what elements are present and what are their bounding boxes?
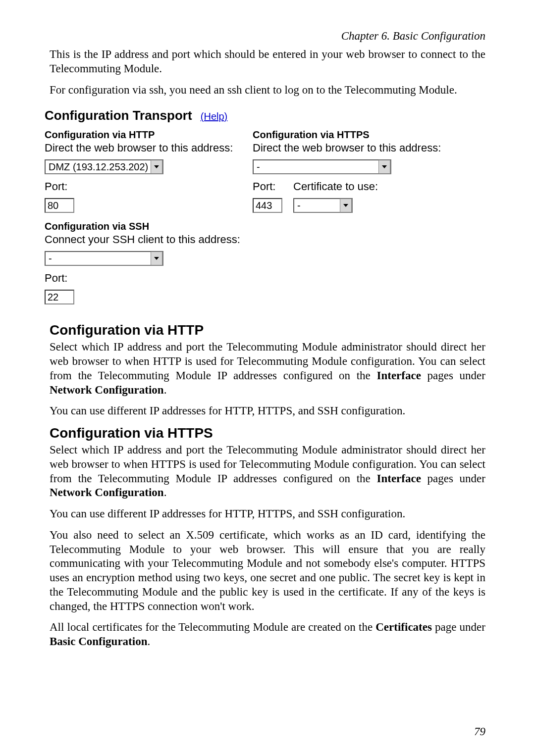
text: All local certificates for the Telecommu… [50,621,375,633]
section-http-p1: Select which IP address and port the Tel… [50,340,485,397]
http-port-label: Port: [45,180,253,193]
section-https-title: Configuration via HTTPS [50,425,485,441]
text: pages under [421,369,485,382]
text: . [147,635,150,648]
bold-interface: Interface [377,472,421,485]
https-port-input[interactable]: 443 [253,198,282,213]
bold-network-config: Network Configuration [50,486,164,499]
https-address-value: - [257,161,378,173]
https-direct-label: Direct the web browser to this address: [253,142,490,154]
chevron-down-icon [378,160,390,174]
chevron-down-icon [340,199,352,212]
ssh-address-value: - [49,253,151,264]
https-port-label: Port: [253,180,282,193]
section-https-p1: Select which IP address and port the Tel… [50,443,485,500]
section-https-p3: You also need to select an X.509 certifi… [50,528,485,614]
https-cert-label: Certificate to use: [293,180,378,193]
https-heading: Configuration via HTTPS [253,129,490,141]
section-https-p2: You can use different IP addresses for H… [50,507,485,521]
http-direct-label: Direct the web browser to this address: [45,142,253,154]
ssh-port-input[interactable]: 22 [45,290,74,304]
http-port-input[interactable]: 80 [45,198,74,213]
chevron-down-icon [151,252,162,265]
text: . [164,486,167,499]
https-address-select[interactable]: - [253,159,391,174]
ssh-connect-label: Connect your SSH client to this address: [45,233,490,246]
https-cert-select[interactable]: - [293,198,353,213]
ssh-address-select[interactable]: - [45,251,163,266]
text: page under [432,621,485,633]
panel-title-text: Configuration Transport [45,108,192,123]
ssh-port-label: Port: [45,272,490,285]
http-address-value: DMZ (193.12.253.202) [49,161,151,173]
chapter-header: Chapter 6. Basic Configuration [50,30,485,43]
intro-paragraph-1: This is the IP address and port which sh… [50,48,485,76]
bold-basic-config: Basic Configuration [50,635,147,648]
bold-network-config: Network Configuration [50,384,164,396]
http-address-select[interactable]: DMZ (193.12.253.202) [45,159,163,174]
bold-interface: Interface [377,369,421,382]
https-cert-value: - [297,200,340,211]
section-https-p4: All local certificates for the Telecommu… [50,620,485,649]
section-http-title: Configuration via HTTP [50,322,485,338]
panel-title: Configuration Transport (Help) [45,108,490,123]
bold-certificates: Certificates [375,621,432,633]
ssh-heading: Configuration via SSH [45,221,490,232]
config-transport-panel: Configuration Transport (Help) Configura… [45,104,490,313]
help-link[interactable]: (Help) [201,111,227,122]
chevron-down-icon [151,160,162,174]
page-number: 79 [474,725,485,738]
section-http-p2: You can use different IP addresses for H… [50,404,485,418]
intro-paragraph-2: For configuration via ssh, you need an s… [50,83,485,98]
text: pages under [421,472,485,485]
text: . [164,384,167,396]
http-heading: Configuration via HTTP [45,129,253,141]
